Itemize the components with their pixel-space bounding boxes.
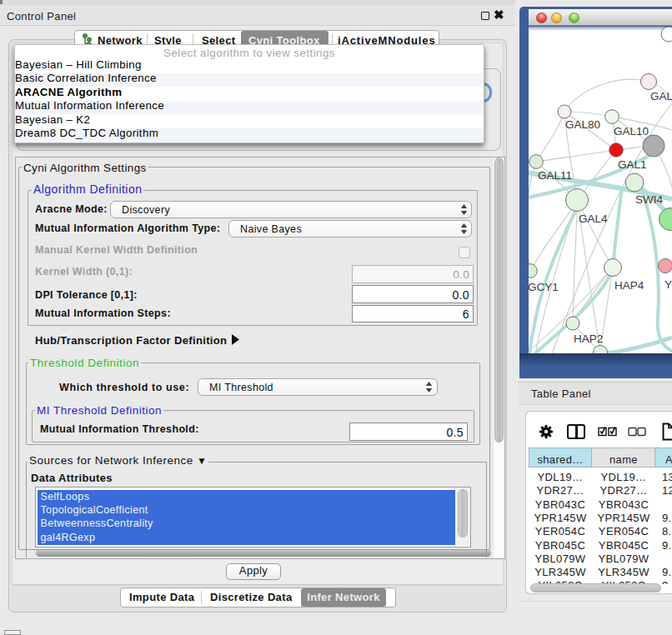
svg-text:GAL80: GAL80: [565, 118, 600, 131]
svg-text:GAL1: GAL1: [618, 158, 647, 171]
svg-text:Y: Y: [664, 278, 672, 291]
svg-text:GCY1: GCY1: [529, 281, 559, 293]
svg-text:SWI4: SWI4: [635, 193, 663, 206]
svg-text:GAL11: GAL11: [538, 169, 572, 182]
svg-text:HAP4: HAP4: [614, 279, 644, 292]
svg-text:GAL10: GAL10: [614, 125, 649, 138]
svg-text:GAL: GAL: [650, 90, 672, 102]
svg-text:HAP2: HAP2: [574, 332, 603, 345]
svg-text:GAL4: GAL4: [579, 212, 608, 225]
